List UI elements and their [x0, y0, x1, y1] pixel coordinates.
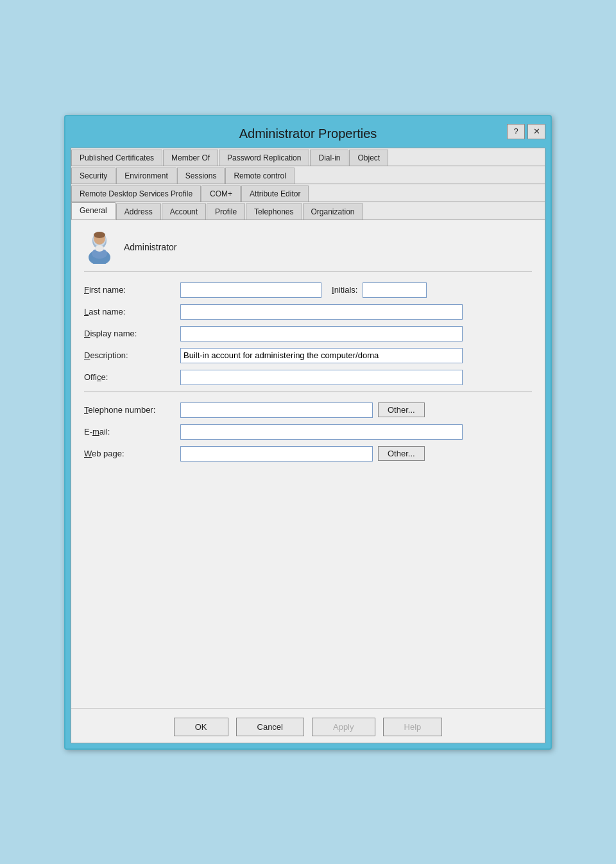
webpage-label: Web page: — [84, 449, 180, 458]
tab-profile[interactable]: Profile — [207, 203, 245, 220]
telephone-label: Telephone number: — [84, 405, 180, 415]
email-input[interactable] — [180, 424, 463, 440]
tab-remote-control[interactable]: Remote control — [225, 168, 294, 184]
description-input[interactable] — [180, 348, 463, 363]
dialog-window: Administrator Properties ? ✕ Published C… — [64, 115, 552, 750]
username-label: Administrator — [124, 242, 176, 252]
tab-row-2: Security Environment Sessions Remote con… — [71, 166, 545, 184]
help-button[interactable]: ? — [507, 124, 525, 139]
help-dialog-button[interactable]: Help — [383, 718, 443, 736]
title-bar: Administrator Properties ? ✕ — [71, 121, 545, 148]
user-header: Administrator — [84, 230, 532, 264]
header-separator — [84, 272, 532, 272]
last-name-label: Last name: — [84, 307, 180, 316]
tab-organization[interactable]: Organization — [303, 203, 363, 220]
description-row: Description: — [84, 348, 532, 363]
tab-row-4: General Address Account Profile Telephon… — [71, 202, 545, 220]
form-section-basic: First name: Initials: Last name: Display… — [84, 282, 532, 385]
webpage-row: Web page: Other... — [84, 446, 532, 462]
tab-member-of[interactable]: Member Of — [163, 150, 218, 166]
cancel-button[interactable]: Cancel — [236, 718, 304, 736]
tab-object[interactable]: Object — [349, 150, 388, 166]
tab-dial-in[interactable]: Dial-in — [310, 150, 348, 166]
tab-address[interactable]: Address — [116, 203, 161, 220]
bottom-buttons: OK Cancel Apply Help — [71, 708, 545, 743]
form-section-contact: Telephone number: Other... E-mail: Web p… — [84, 402, 532, 462]
last-name-input[interactable] — [180, 304, 463, 320]
ok-button[interactable]: OK — [174, 718, 228, 736]
close-button[interactable]: ✕ — [527, 124, 545, 139]
email-label: E-mail: — [84, 427, 180, 436]
section-separator — [84, 392, 532, 392]
tab-remote-desktop-services-profile[interactable]: Remote Desktop Services Profile — [71, 186, 201, 202]
telephone-other-button[interactable]: Other... — [378, 402, 425, 417]
last-name-row: Last name: — [84, 304, 532, 320]
webpage-input[interactable] — [180, 446, 373, 462]
office-label: Office: — [84, 372, 180, 382]
tab-row-1: Published Certificates Member Of Passwor… — [71, 148, 545, 166]
telephone-row: Telephone number: Other... — [84, 402, 532, 418]
first-name-input[interactable] — [180, 282, 321, 298]
tab-account[interactable]: Account — [162, 203, 206, 220]
svg-point-7 — [95, 245, 104, 252]
first-name-label: First name: — [84, 285, 180, 295]
display-name-row: Display name: — [84, 326, 532, 341]
email-row: E-mail: — [84, 424, 532, 440]
first-name-row: First name: Initials: — [84, 282, 532, 298]
telephone-input[interactable] — [180, 402, 373, 418]
webpage-other-button[interactable]: Other... — [378, 446, 425, 461]
content-area: Administrator First name: Initials: Last… — [71, 220, 545, 708]
tab-security[interactable]: Security — [71, 168, 116, 184]
user-avatar-icon — [84, 230, 115, 264]
tab-row-3: Remote Desktop Services Profile COM+ Att… — [71, 184, 545, 202]
title-bar-buttons: ? ✕ — [507, 124, 545, 139]
initials-label: Initials: — [332, 285, 357, 295]
description-label: Description: — [84, 350, 180, 360]
tab-com-plus[interactable]: COM+ — [201, 186, 241, 202]
tab-environment[interactable]: Environment — [116, 168, 176, 184]
tab-published-certificates[interactable]: Published Certificates — [71, 150, 162, 166]
tab-general[interactable]: General — [71, 202, 116, 220]
svg-point-4 — [94, 232, 105, 238]
tab-telephones[interactable]: Telephones — [246, 203, 302, 220]
dialog-title: Administrator Properties — [239, 126, 377, 141]
tab-sessions[interactable]: Sessions — [177, 168, 225, 184]
display-name-label: Display name: — [84, 329, 180, 338]
tab-attribute-editor[interactable]: Attribute Editor — [241, 186, 309, 202]
office-row: Office: — [84, 370, 532, 385]
tab-password-replication[interactable]: Password Replication — [219, 150, 309, 166]
initials-input[interactable] — [363, 282, 427, 298]
apply-button[interactable]: Apply — [312, 718, 375, 736]
display-name-input[interactable] — [180, 326, 463, 341]
office-input[interactable] — [180, 370, 463, 385]
dialog-content: Published Certificates Member Of Passwor… — [71, 148, 545, 743]
